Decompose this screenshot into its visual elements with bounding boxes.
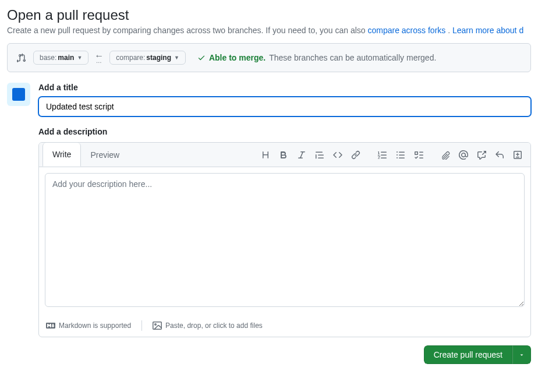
attach-hint[interactable]: Paste, drop, or click to add files xyxy=(153,321,263,330)
image-icon xyxy=(153,321,162,330)
diff-icon[interactable] xyxy=(509,147,526,163)
merge-status: Able to merge. These branches can be aut… xyxy=(197,53,436,62)
editor-tabs: Write Preview xyxy=(39,143,129,167)
create-pr-dropdown[interactable] xyxy=(512,345,531,364)
mention-icon[interactable] xyxy=(455,147,472,163)
subtitle-sep: . xyxy=(448,26,452,35)
base-branch-name: main xyxy=(58,54,74,62)
tab-preview[interactable]: Preview xyxy=(81,143,129,167)
subtitle-text: Create a new pull request by comparing c… xyxy=(7,26,367,35)
link-icon[interactable] xyxy=(348,147,364,163)
merge-description: These branches can be automatically merg… xyxy=(269,53,436,62)
editor: Write Preview xyxy=(38,142,531,337)
compare-bar: base: main ▼ ←… compare: staging ▼ Able … xyxy=(7,43,531,72)
tab-write[interactable]: Write xyxy=(43,143,81,167)
italic-icon[interactable] xyxy=(293,147,310,163)
ordered-list-icon[interactable] xyxy=(374,147,391,163)
caret-down-icon xyxy=(519,352,525,358)
description-label: Add a description xyxy=(38,127,531,136)
markdown-text: Markdown is supported xyxy=(59,322,131,330)
merge-ok-text: Able to merge. xyxy=(209,53,266,62)
caret-down-icon: ▼ xyxy=(174,55,179,61)
arrow-left-icon: ←… xyxy=(94,51,104,64)
editor-toolbar xyxy=(257,147,530,163)
code-icon[interactable] xyxy=(330,147,346,163)
avatar xyxy=(7,83,30,106)
base-label: base: xyxy=(40,54,56,62)
heading-icon[interactable] xyxy=(257,147,274,163)
compare-branch-button[interactable]: compare: staging ▼ xyxy=(109,51,186,65)
base-branch-button[interactable]: base: main ▼ xyxy=(33,51,89,65)
attach-icon[interactable] xyxy=(437,147,454,163)
bold-icon[interactable] xyxy=(275,147,292,163)
page-subtitle: Create a new pull request by comparing c… xyxy=(7,26,531,35)
check-icon xyxy=(197,54,206,62)
unordered-list-icon[interactable] xyxy=(392,147,409,163)
title-input[interactable] xyxy=(38,97,531,116)
editor-header: Write Preview xyxy=(39,143,530,167)
create-pr-button[interactable]: Create pull request xyxy=(424,345,512,364)
reply-icon[interactable] xyxy=(491,147,508,163)
markdown-icon xyxy=(46,321,55,330)
caret-down-icon: ▼ xyxy=(77,55,82,61)
attach-text: Paste, drop, or click to add files xyxy=(165,322,263,330)
git-compare-icon xyxy=(16,52,27,63)
page-title: Open a pull request xyxy=(7,7,531,23)
markdown-hint[interactable]: Markdown is supported xyxy=(46,321,131,330)
compare-forks-link[interactable]: compare across forks xyxy=(367,26,445,35)
editor-footer: Markdown is supported Paste, drop, or cl… xyxy=(39,315,530,337)
cross-reference-icon[interactable] xyxy=(473,147,490,163)
compare-branch-name: staging xyxy=(146,54,171,62)
task-list-icon[interactable] xyxy=(410,147,427,163)
editor-body xyxy=(39,167,530,315)
compare-label: compare: xyxy=(116,54,145,62)
learn-more-link[interactable]: Learn more about d xyxy=(452,26,523,35)
quote-icon[interactable] xyxy=(312,147,328,163)
description-textarea[interactable] xyxy=(45,173,525,307)
title-label: Add a title xyxy=(38,83,531,92)
action-row: Create pull request xyxy=(38,345,531,364)
